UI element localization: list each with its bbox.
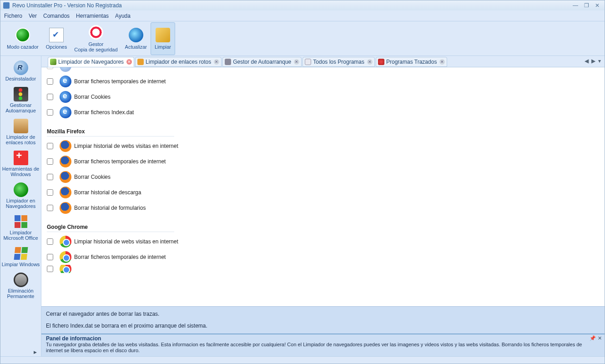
link-icon bbox=[137, 59, 144, 65]
tab-all-programs[interactable]: Todos los Programas✕ bbox=[302, 57, 375, 67]
menu-tools[interactable]: Herramientas bbox=[76, 13, 109, 19]
info-pin-icon[interactable]: 📌 bbox=[590, 335, 596, 341]
cleaner-row: Borrar historial de descarga bbox=[47, 185, 605, 200]
brush-icon bbox=[156, 28, 170, 42]
sidebar-uninstaller[interactable]: Desinstalador bbox=[0, 58, 41, 84]
tab-next-icon[interactable]: ▶ bbox=[591, 58, 595, 64]
swiss-knife-icon bbox=[14, 151, 28, 165]
row-label: Limpiar historial de webs visitas en int… bbox=[74, 143, 178, 149]
tab-close-icon[interactable]: ✕ bbox=[214, 59, 219, 65]
row-checkbox[interactable] bbox=[47, 143, 53, 149]
row-checkbox[interactable] bbox=[47, 109, 53, 116]
row-checkbox[interactable] bbox=[47, 174, 53, 180]
row-checkbox[interactable] bbox=[47, 266, 53, 272]
tab-autorun-manager[interactable]: Gestor de Autoarranque✕ bbox=[222, 57, 302, 67]
window-title: Revo Uninstaller Pro - Version No Regist… bbox=[12, 2, 122, 9]
traffic-light-icon bbox=[14, 87, 28, 101]
sidebar-scroll-right[interactable]: ▶ bbox=[34, 350, 40, 355]
titlebar: Revo Uninstaller Pro - Version No Regist… bbox=[0, 0, 605, 10]
row-label: Borrar ficheros temporales de internet bbox=[74, 254, 166, 260]
tab-junk-cleaner[interactable]: Limpiador de enlaces rotos✕ bbox=[135, 57, 222, 67]
app-icon bbox=[305, 59, 311, 65]
row-checkbox[interactable] bbox=[47, 189, 53, 196]
menu-view[interactable]: Ver bbox=[29, 13, 37, 19]
cleaner-row: Limpiar historial de webs visitas en int… bbox=[47, 138, 605, 154]
tab-close-icon[interactable]: ✕ bbox=[126, 59, 132, 65]
message-line: El fichero Index.dat se borrara en el pr… bbox=[46, 323, 600, 329]
sidebar-autorun[interactable]: Gestionar Autoarranque bbox=[0, 84, 41, 116]
row-checkbox[interactable] bbox=[47, 158, 53, 165]
cleaner-row: Borrar historial de formularios bbox=[47, 200, 605, 216]
tab-close-icon[interactable]: ✕ bbox=[294, 59, 299, 65]
brush-icon bbox=[50, 59, 56, 65]
maximize-button[interactable]: ❐ bbox=[582, 2, 591, 9]
tab-close-icon[interactable]: ✕ bbox=[367, 59, 373, 65]
sidebar-office-cleaner[interactable]: Limpiador Microsoft Office bbox=[0, 212, 41, 243]
trace-icon bbox=[378, 59, 384, 65]
row-checkbox[interactable] bbox=[47, 238, 53, 245]
ie-icon bbox=[60, 91, 71, 103]
info-close-icon[interactable]: ✕ bbox=[598, 335, 602, 341]
toolbar-update[interactable]: Actualizar bbox=[121, 22, 151, 55]
toolbar-hunter-mode[interactable]: Modo cazador bbox=[3, 22, 42, 55]
sidebar-browsers-cleaner[interactable]: Limpiador en Navegadores bbox=[0, 180, 41, 212]
cleaner-row bbox=[47, 265, 605, 273]
message-area: Cerrar el navegador antes de borrar las … bbox=[41, 306, 605, 334]
close-button[interactable]: ✕ bbox=[593, 2, 602, 9]
tab-browsers-cleaner[interactable]: Limpiador de Navegadores✕ bbox=[48, 57, 134, 67]
menu-commands[interactable]: Comandos bbox=[43, 13, 70, 19]
minimize-button[interactable]: — bbox=[571, 2, 580, 9]
sidebar-windows-cleaner[interactable]: Limpiar Windows bbox=[0, 243, 41, 270]
app-icon bbox=[3, 2, 10, 9]
menu-file[interactable]: Fichero bbox=[4, 13, 22, 19]
firefox-icon bbox=[60, 140, 71, 152]
firefox-icon bbox=[60, 202, 71, 214]
row-label: Borrar Cookies bbox=[74, 174, 111, 180]
toolbar-clean[interactable]: Limpiar bbox=[151, 22, 175, 55]
section-title-chrome: Google Chrome bbox=[47, 224, 174, 232]
toolbar-options[interactable]: Opciones bbox=[42, 22, 71, 55]
tab-traced-programs[interactable]: Programas Trazados✕ bbox=[376, 57, 447, 67]
tab-controls: ◀ ▶ ▾ bbox=[585, 58, 601, 64]
toolbar-backup-manager[interactable]: Gestor Copia de seguridad bbox=[71, 22, 121, 55]
drive-icon bbox=[14, 273, 28, 287]
tabs: Limpiador de Navegadores✕ Limpiador de e… bbox=[41, 56, 605, 67]
row-checkbox[interactable] bbox=[47, 205, 53, 211]
firefox-icon bbox=[60, 171, 71, 183]
chrome-icon bbox=[60, 251, 71, 263]
row-label: Borrar ficheros Index.dat bbox=[74, 109, 134, 116]
tab-close-icon[interactable]: ✕ bbox=[439, 59, 445, 65]
tab-menu-icon[interactable]: ▾ bbox=[598, 58, 601, 64]
row-checkbox[interactable] bbox=[47, 254, 53, 260]
row-label: Borrar ficheros temporales de internet bbox=[74, 78, 166, 85]
cleaner-row: Borrar ficheros temporales de internet bbox=[47, 74, 605, 89]
cleaner-row: Borrar ficheros temporales de internet bbox=[47, 249, 605, 265]
row-label: Limpiar historial de webs visitas en int… bbox=[74, 238, 178, 245]
menubar: Fichero Ver Comandos Herramientas Ayuda bbox=[0, 10, 605, 21]
globe-icon bbox=[129, 28, 143, 42]
cleaner-row bbox=[47, 67, 605, 74]
chrome-icon bbox=[60, 265, 71, 273]
revo-icon bbox=[14, 61, 28, 75]
cleaner-row: Borrar Cookies bbox=[47, 89, 605, 105]
ie-icon bbox=[60, 76, 71, 87]
cleaner-row: Limpiar historial de webs visitas en int… bbox=[47, 234, 605, 249]
toolbar: Modo cazador Opciones Gestor Copia de se… bbox=[0, 21, 605, 56]
firefox-icon bbox=[60, 156, 71, 167]
row-checkbox[interactable] bbox=[47, 78, 53, 85]
bag-icon bbox=[14, 119, 28, 133]
firefox-icon bbox=[60, 187, 71, 198]
section-title-firefox: Mozilla Firefox bbox=[47, 128, 174, 136]
menu-help[interactable]: Ayuda bbox=[115, 13, 131, 19]
options-icon bbox=[49, 28, 64, 42]
sidebar-junk[interactable]: Limpiador de enlaces rotos bbox=[0, 116, 41, 148]
row-checkbox[interactable] bbox=[47, 94, 53, 100]
globe-clean-icon bbox=[14, 182, 28, 197]
tab-prev-icon[interactable]: ◀ bbox=[585, 58, 589, 64]
cleaner-row: Borrar ficheros Index.dat bbox=[47, 105, 605, 120]
row-checkbox[interactable] bbox=[47, 67, 53, 69]
sidebar-evidence-remover[interactable]: Eliminación Permanente bbox=[0, 270, 41, 302]
windows-flag-icon bbox=[13, 246, 29, 261]
sidebar-windows-tools[interactable]: Herramientas de Windows bbox=[0, 148, 41, 180]
statusbar bbox=[0, 356, 605, 364]
